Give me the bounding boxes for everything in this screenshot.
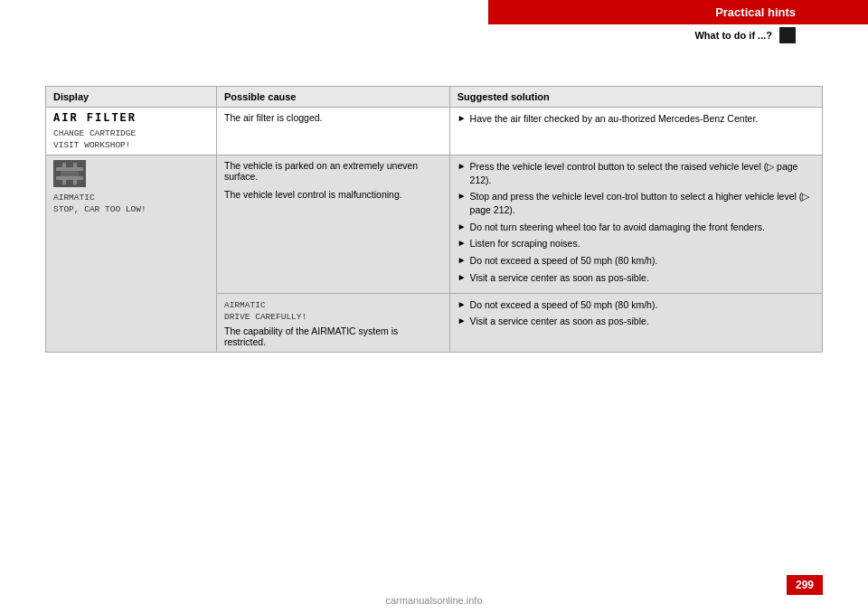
airmatic-stop-text: AIRMATICSTOP, CAR TOO LOW! xyxy=(53,193,146,214)
what-to-do-row: What to do if ...? xyxy=(0,24,868,46)
cause-text-airmatic3: The capability of the AIRMATIC system is… xyxy=(224,325,442,347)
solution-text: Do not exceed a speed of 50 mph (80 km/h… xyxy=(470,254,815,268)
solution-item: ► Listen for scraping noises. xyxy=(458,237,815,250)
solution-text: Visit a service center as soon as pos-si… xyxy=(470,271,815,285)
solution-cell-airfilter: ► Have the air filter checked by an au-t… xyxy=(449,108,822,156)
solution-item: ► Visit a service center as soon as pos-… xyxy=(458,271,815,285)
cause-text-airfilter: The air filter is clogged. xyxy=(224,112,323,123)
solution-cell-airmatic1: ► Press the vehicle level control button… xyxy=(449,156,822,294)
cause-text-airmatic1: The vehicle is parked on an extremely un… xyxy=(224,160,418,182)
cause-text-airmatic2: The vehicle level control is malfunction… xyxy=(224,189,442,200)
solution-item: ► Visit a service center as soon as pos-… xyxy=(458,315,815,328)
svg-rect-1 xyxy=(56,167,83,171)
bullet-arrow-icon: ► xyxy=(458,299,467,309)
page-header: Practical hints What to do if ...? xyxy=(0,0,868,46)
practical-hints-banner: Practical hints xyxy=(488,0,868,24)
airfilter-subtext: CHANGE CARTRIDGEVISIT WORKSHOP! xyxy=(53,128,136,150)
what-to-do-label: What to do if ...? xyxy=(694,30,772,41)
col-header-solution: Suggested solution xyxy=(449,87,822,108)
solution-text: Listen for scraping noises. xyxy=(470,237,815,250)
solution-item: ► Do not exceed a speed of 50 mph (80 km… xyxy=(458,298,815,312)
bullet-arrow-icon: ► xyxy=(458,191,467,201)
col-header-cause: Possible cause xyxy=(216,87,449,108)
bullet-arrow-icon: ► xyxy=(458,113,467,123)
bullet-arrow-icon: ► xyxy=(458,255,467,265)
cause-cell-airmatic1: The vehicle is parked on an extremely un… xyxy=(216,156,449,294)
col-header-display: Display xyxy=(46,87,217,108)
svg-rect-2 xyxy=(56,176,83,180)
airfilter-label: AIR FILTER xyxy=(53,112,209,125)
airmatic-drive-subtext: AIRMATICDRIVE CAREFULLY! xyxy=(224,300,307,322)
solution-item: ► Stop and press the vehicle level con-t… xyxy=(458,190,815,216)
bullet-arrow-icon: ► xyxy=(458,272,467,282)
solution-text: Do not exceed a speed of 50 mph (80 km/h… xyxy=(470,298,815,312)
display-cell-airfilter: AIR FILTER CHANGE CARTRIDGEVISIT WORKSHO… xyxy=(46,108,217,156)
svg-rect-5 xyxy=(61,171,79,176)
table-header-row: Display Possible cause Suggested solutio… xyxy=(46,87,823,108)
bullet-arrow-icon: ► xyxy=(458,161,467,171)
bullet-arrow-icon: ► xyxy=(458,316,467,325)
solution-item: ► Do not exceed a speed of 50 mph (80 km… xyxy=(458,254,815,268)
solution-text: Do not turn steering wheel too far to av… xyxy=(470,221,815,234)
solution-item: ► Have the air filter checked by an au-t… xyxy=(458,112,815,126)
solution-text: Press the vehicle level control button t… xyxy=(470,160,815,186)
solution-text: Have the air filter checked by an au-tho… xyxy=(470,112,815,126)
solution-item: ► Do not turn steering wheel too far to … xyxy=(458,221,815,234)
hints-table: Display Possible cause Suggested solutio… xyxy=(45,86,823,353)
solution-text: Stop and press the vehicle level con-tro… xyxy=(470,190,815,216)
bullet-arrow-icon: ► xyxy=(458,238,467,248)
table-row: AIRMATICSTOP, CAR TOO LOW! The vehicle i… xyxy=(46,156,823,294)
main-content: Display Possible cause Suggested solutio… xyxy=(45,86,823,353)
watermark: carmanualsonline.info xyxy=(385,595,482,606)
solution-text: Visit a service center as soon as pos-si… xyxy=(470,315,815,328)
cause-cell-airmatic3: AIRMATICDRIVE CAREFULLY! The capability … xyxy=(216,293,449,352)
cause-cell-airfilter: The air filter is clogged. xyxy=(216,108,449,156)
section-marker xyxy=(779,27,796,43)
bullet-arrow-icon: ► xyxy=(458,222,467,231)
page-number: 299 xyxy=(787,575,823,595)
airmatic-icon xyxy=(53,160,86,187)
table-row: AIR FILTER CHANGE CARTRIDGEVISIT WORKSHO… xyxy=(46,108,823,156)
solution-item: ► Press the vehicle level control button… xyxy=(458,160,815,186)
solution-cell-airmatic3: ► Do not exceed a speed of 50 mph (80 km… xyxy=(449,293,822,352)
display-cell-airmatic1: AIRMATICSTOP, CAR TOO LOW! xyxy=(46,156,217,353)
